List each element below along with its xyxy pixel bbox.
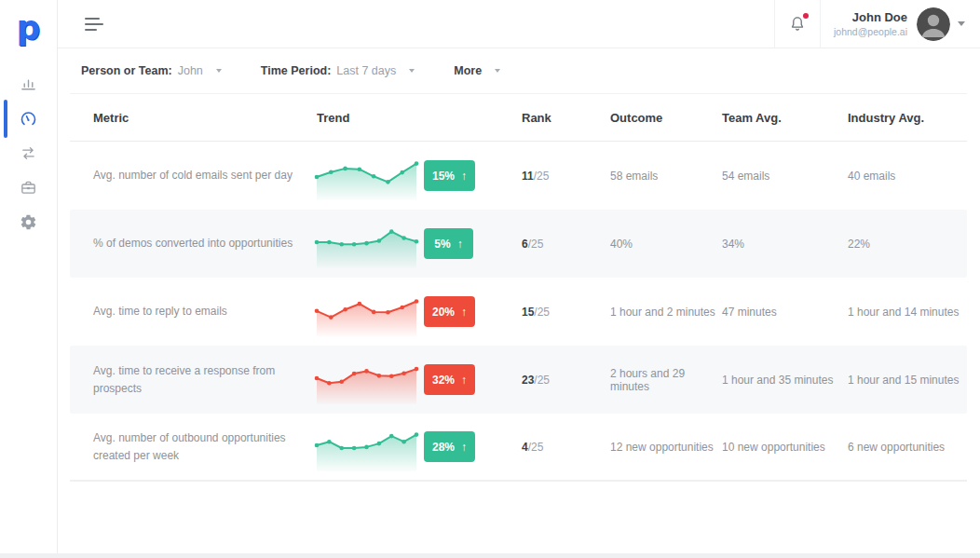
column-header-team-avg: Team Avg. <box>722 111 848 125</box>
trend-change-badge: 15%↑ <box>424 160 475 191</box>
page-bottom-edge <box>0 553 980 558</box>
gauge-icon <box>20 110 37 128</box>
table-row: Avg. number of cold emails sent per day … <box>70 142 967 210</box>
briefcase-icon <box>20 179 37 197</box>
outcome-cell: 58 emails <box>610 170 722 183</box>
active-indicator <box>4 100 7 138</box>
rank-cell: 11/25 <box>522 170 610 183</box>
outcome-cell: 2 hours and 29 minutes <box>610 367 722 393</box>
top-bar: John Doe johnd@people.ai <box>58 0 980 48</box>
filter-value: John <box>178 64 203 77</box>
rank-value: 11 <box>522 170 534 183</box>
metric-label: Avg. number of cold emails sent per day <box>93 167 317 184</box>
column-header-rank: Rank <box>522 111 610 125</box>
filter-bar: Person or Team: John Time Period: Last 7… <box>58 48 980 93</box>
peopleai-logo-icon[interactable]: p <box>17 9 41 47</box>
main-content: Person or Team: John Time Period: Last 7… <box>58 48 980 558</box>
sidebar-item-deals[interactable] <box>0 170 57 205</box>
arrows-exchange-icon <box>20 144 37 162</box>
rank-cell: 6/25 <box>522 238 610 251</box>
metric-label: % of demos converted into opportunities <box>93 235 317 252</box>
chevron-down-icon <box>495 69 500 73</box>
rank-cell: 15/25 <box>522 306 610 319</box>
sidebar: p <box>0 0 58 553</box>
industry-avg-cell: 6 new opportunities <box>848 441 967 454</box>
trend-change-badge: 5%↑ <box>424 228 473 259</box>
sidebar-item-activity-flow[interactable] <box>0 136 57 170</box>
rank-value: 23 <box>522 374 534 387</box>
team-avg-cell: 47 minutes <box>722 306 848 319</box>
filter-label: Person or Team: <box>81 64 172 77</box>
menu-icon[interactable] <box>81 12 107 36</box>
table-row: % of demos converted into opportunities … <box>70 210 967 278</box>
trend-sparkline <box>317 423 416 471</box>
rank-total: /25 <box>534 374 550 387</box>
trend-sparkline <box>317 288 416 336</box>
outcome-cell: 40% <box>610 238 722 251</box>
more-filters-button[interactable]: More <box>454 64 500 77</box>
industry-avg-cell: 1 hour and 15 minutes <box>848 374 967 387</box>
outcome-cell: 1 hour and 2 minutes <box>610 306 722 319</box>
trend-change-badge: 20%↑ <box>424 296 475 327</box>
rank-total: /25 <box>534 170 550 183</box>
rank-cell: 4/25 <box>522 441 610 454</box>
industry-avg-cell: 40 emails <box>848 170 967 183</box>
trend-sparkline <box>317 152 416 200</box>
trend-sparkline <box>317 220 416 268</box>
sidebar-item-analytics[interactable] <box>0 67 57 102</box>
column-header-metric: Metric <box>93 111 317 125</box>
table-header-row: Metric Trend Rank Outcome Team Avg. Indu… <box>70 94 967 142</box>
metric-label: Avg. time to reply to emails <box>93 303 317 320</box>
metric-label: Avg. number of outbound opportunities cr… <box>93 429 317 464</box>
column-header-industry-avg: Industry Avg. <box>848 111 967 125</box>
change-percent: 20% <box>432 306 455 319</box>
arrow-up-icon: ↑ <box>461 441 467 454</box>
table-row: Avg. time to reply to emails 20%↑ 15/25 … <box>70 278 967 346</box>
change-percent: 28% <box>432 441 455 454</box>
team-avg-cell: 34% <box>722 238 848 251</box>
trend-change-badge: 32%↑ <box>424 364 475 395</box>
user-name: John Doe <box>834 10 907 24</box>
team-avg-cell: 10 new opportunities <box>722 441 848 454</box>
chevron-down-icon <box>216 69 222 73</box>
user-menu[interactable]: John Doe johnd@people.ai <box>821 0 980 48</box>
change-percent: 32% <box>432 374 455 387</box>
metric-label: Avg. time to receive a response from pro… <box>93 362 317 397</box>
filter-label: More <box>454 64 482 77</box>
arrow-up-icon: ↑ <box>461 306 467 319</box>
user-email: johnd@people.ai <box>834 26 907 37</box>
sidebar-item-performance[interactable] <box>0 102 57 136</box>
notification-dot <box>803 13 809 19</box>
arrow-up-icon: ↑ <box>461 170 467 183</box>
rank-total: /25 <box>534 306 550 319</box>
filter-label: Time Period: <box>261 64 331 77</box>
trend-change-badge: 28%↑ <box>424 431 475 462</box>
column-header-trend: Trend <box>317 111 424 125</box>
industry-avg-cell: 22% <box>848 238 967 251</box>
bar-chart-icon <box>20 75 37 93</box>
outcome-cell: 12 new opportunities <box>610 441 722 454</box>
avatar <box>917 7 950 41</box>
change-percent: 5% <box>434 238 450 251</box>
sidebar-item-settings[interactable] <box>0 205 57 239</box>
gear-icon <box>20 213 37 231</box>
rank-value: 4 <box>522 441 528 454</box>
rank-value: 6 <box>522 238 528 251</box>
rank-total: /25 <box>528 441 544 454</box>
notifications-button[interactable] <box>774 0 821 48</box>
trend-sparkline <box>317 356 416 404</box>
arrow-up-icon: ↑ <box>461 374 467 387</box>
rank-value: 15 <box>522 306 534 319</box>
metrics-table: Metric Trend Rank Outcome Team Avg. Indu… <box>70 93 967 482</box>
person-or-team-filter[interactable]: Person or Team: John <box>81 64 222 77</box>
chevron-down-icon <box>958 21 965 26</box>
team-avg-cell: 54 emails <box>722 170 848 183</box>
rank-total: /25 <box>528 238 544 251</box>
rank-cell: 23/25 <box>522 374 610 387</box>
industry-avg-cell: 1 hour and 14 minutes <box>848 306 967 319</box>
filter-value: Last 7 days <box>336 64 396 77</box>
change-percent: 15% <box>432 170 455 183</box>
table-row: Avg. time to receive a response from pro… <box>70 346 967 414</box>
time-period-filter[interactable]: Time Period: Last 7 days <box>261 64 415 77</box>
table-row: Avg. number of outbound opportunities cr… <box>70 414 967 482</box>
